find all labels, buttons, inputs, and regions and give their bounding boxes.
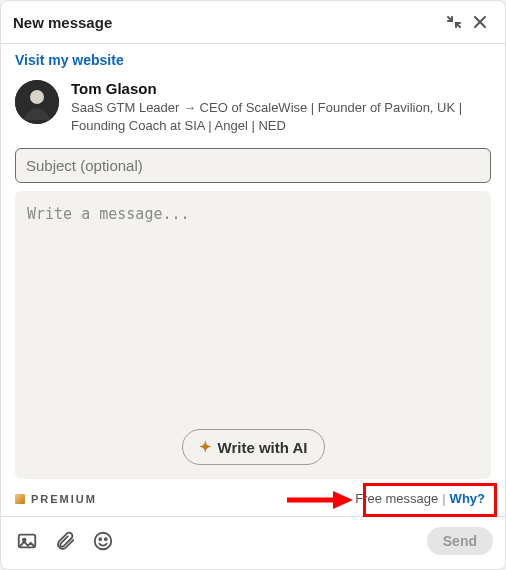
- new-message-panel: New message Visit my website Tom Glason …: [0, 0, 506, 570]
- compose-body: ✦ Write with AI: [1, 148, 505, 479]
- close-icon[interactable]: [467, 9, 493, 35]
- message-wrapper: ✦ Write with AI: [15, 191, 491, 479]
- image-icon[interactable]: [15, 529, 39, 553]
- premium-label: PREMIUM: [31, 493, 97, 505]
- message-textarea[interactable]: [15, 191, 491, 419]
- premium-badge: PREMIUM: [15, 493, 97, 505]
- recipient-name: Tom Glason: [71, 80, 491, 97]
- sparkle-icon: ✦: [199, 438, 212, 456]
- recipient-text: Tom Glason SaaS GTM Leader → CEO of Scal…: [71, 80, 491, 134]
- why-link[interactable]: Why?: [450, 491, 485, 506]
- compose-toolbar: Send: [1, 516, 505, 569]
- svg-point-6: [95, 533, 112, 550]
- attachment-icon[interactable]: [53, 529, 77, 553]
- write-with-ai-button[interactable]: ✦ Write with AI: [182, 429, 325, 465]
- svg-point-7: [99, 538, 101, 540]
- premium-square-icon: [15, 494, 25, 504]
- recipient-block: Tom Glason SaaS GTM Leader → CEO of Scal…: [1, 76, 505, 148]
- send-button[interactable]: Send: [427, 527, 493, 555]
- free-message-text: Free message: [355, 491, 438, 506]
- header-title: New message: [13, 14, 441, 31]
- ai-button-label: Write with AI: [218, 439, 308, 456]
- premium-row: PREMIUM Free message | Why?: [1, 479, 505, 516]
- header-bar: New message: [1, 1, 505, 44]
- emoji-icon[interactable]: [91, 529, 115, 553]
- svg-point-1: [30, 90, 44, 104]
- subject-input[interactable]: [15, 148, 491, 183]
- recipient-subtitle: SaaS GTM Leader → CEO of ScaleWise | Fou…: [71, 99, 491, 134]
- annotation-arrow-icon: [285, 489, 355, 514]
- svg-point-8: [105, 538, 107, 540]
- separator: |: [442, 491, 445, 506]
- minimize-icon[interactable]: [441, 9, 467, 35]
- avatar[interactable]: [15, 80, 59, 124]
- free-message-block: Free message | Why?: [349, 489, 491, 508]
- visit-website-link[interactable]: Visit my website: [1, 44, 505, 76]
